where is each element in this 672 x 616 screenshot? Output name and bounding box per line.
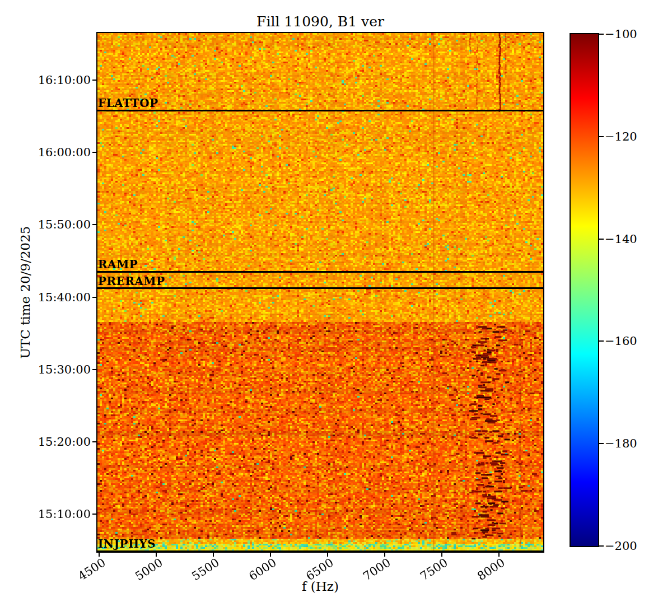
y-tick-label: 15:40:00 — [38, 290, 91, 305]
y-tick-mark — [92, 441, 97, 442]
colorbar-tick-mark — [599, 545, 604, 547]
colorbar-tick-mark — [599, 340, 604, 342]
annotation-line-flattop — [97, 110, 543, 111]
y-axis-label: UTC time 20/9/2025 — [18, 226, 32, 359]
chart-title: Fill 11090, B1 ver — [97, 13, 543, 30]
colorbar-tick-label: −140 — [605, 232, 637, 246]
colorbar-tick-label: −120 — [605, 129, 637, 144]
annotation-label-flattop: FLATTOP — [98, 96, 158, 110]
y-tick-label: 16:10:00 — [38, 73, 91, 87]
y-tick-label: 15:30:00 — [38, 362, 91, 377]
y-tick-mark — [92, 297, 97, 298]
annotation-line-ramp — [97, 271, 543, 273]
y-tick-mark — [92, 514, 97, 515]
colorbar-gradient — [571, 34, 598, 546]
colorbar-tick-mark — [599, 136, 604, 137]
y-tick-mark — [92, 152, 97, 153]
colorbar-tick-mark — [599, 443, 604, 444]
colorbar-tick-label: −160 — [605, 334, 637, 348]
colorbar-tick-label: −100 — [605, 27, 637, 41]
x-axis-label: f (Hz) — [97, 579, 543, 594]
colorbar-tick-mark — [599, 239, 604, 240]
annotation-label-ramp: RAMP — [98, 258, 138, 271]
annotation-label-injphys: INJPHYS — [98, 537, 156, 550]
y-tick-label: 16:00:00 — [38, 145, 91, 160]
annotation-line-injphys — [97, 550, 543, 552]
colorbar-tick-label: −180 — [605, 436, 637, 451]
y-tick-mark — [92, 369, 97, 370]
colorbar-tick-mark — [599, 34, 604, 35]
y-tick-label: 15:20:00 — [38, 435, 91, 449]
y-tick-label: 15:50:00 — [38, 217, 91, 232]
annotation-label-preramp: PRERAMP — [98, 274, 165, 288]
y-tick-label: 15:10:00 — [38, 507, 91, 521]
y-tick-mark — [92, 224, 97, 225]
spectrogram-figure: Fill 11090, B1 ver UTC time 20/9/2025 f … — [0, 0, 672, 616]
y-tick-mark — [92, 80, 97, 81]
colorbar-tick-label: −200 — [605, 539, 637, 553]
